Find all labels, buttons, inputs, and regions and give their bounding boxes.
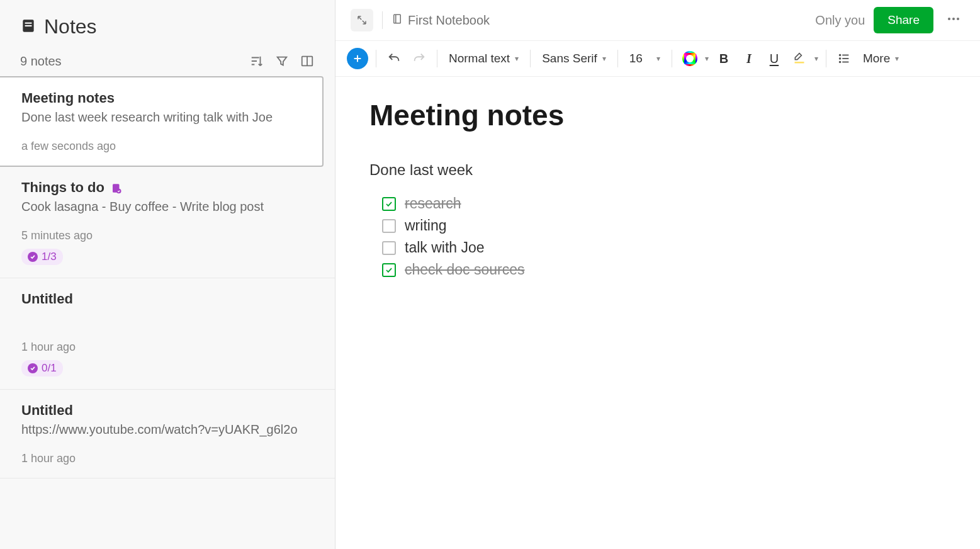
paragraph-style-value: Normal text (449, 52, 510, 65)
list-button[interactable] (834, 47, 854, 70)
notebook-link[interactable]: First Notebook (391, 13, 490, 28)
note-item[interactable]: Meeting notesDone last week research wri… (0, 76, 324, 167)
content-subheading[interactable]: Done last week (369, 161, 946, 179)
checkbox[interactable] (382, 263, 396, 277)
note-item-time: 1 hour ago (21, 341, 315, 354)
checklist-item[interactable]: writing (382, 217, 946, 234)
svg-rect-1 (25, 22, 32, 23)
svg-rect-2 (25, 25, 32, 26)
sidebar-title: Notes (44, 15, 97, 38)
note-item[interactable]: Things to doCook lasagna - Buy coffee - … (0, 167, 335, 278)
view-toggle-icon[interactable] (300, 54, 315, 69)
divider (376, 50, 376, 67)
italic-button[interactable]: I (739, 47, 759, 70)
more-menu-icon[interactable] (942, 8, 965, 33)
notes-sidebar: Notes 9 notes Meeting notesDone last wee… (0, 0, 335, 549)
checklist-item-text: check doc sources (405, 261, 524, 278)
task-note-icon (111, 183, 122, 196)
redo-button[interactable] (409, 47, 429, 70)
note-item-title: Things to do (21, 179, 104, 196)
divider (617, 50, 618, 67)
note-item-title: Meeting notes (21, 90, 115, 106)
sidebar-header: Notes (0, 0, 335, 46)
share-button[interactable]: Share (874, 7, 933, 33)
checkbox[interactable] (382, 197, 396, 211)
color-swatch-icon (682, 51, 697, 66)
note-item-preview: Done last week research writing talk wit… (21, 110, 302, 125)
svg-point-19 (840, 58, 841, 59)
checklist: researchwritingtalk with Joecheck doc so… (369, 195, 946, 278)
notebook-icon (391, 13, 403, 28)
more-formatting-button[interactable]: More ▾ (859, 52, 903, 65)
divider (437, 50, 437, 67)
note-count: 9 notes (20, 54, 62, 69)
checklist-item-text: writing (405, 217, 446, 234)
chevron-down-icon: ▾ (895, 54, 899, 63)
svg-point-11 (957, 18, 959, 20)
divider (672, 50, 672, 67)
highlight-button[interactable] (789, 47, 809, 70)
bold-button[interactable]: B (714, 47, 734, 70)
chevron-down-icon[interactable]: ▾ (705, 54, 709, 63)
editor-toolbar: Normal text ▾ Sans Serif ▾ 16 ▾ ▾ B I U … (335, 40, 980, 77)
note-content[interactable]: Meeting notes Done last week researchwri… (335, 77, 980, 549)
font-family-select[interactable]: Sans Serif ▾ (538, 52, 610, 65)
filter-icon[interactable] (274, 54, 290, 69)
underline-button[interactable]: U (764, 47, 784, 70)
share-status[interactable]: Only you (815, 13, 865, 28)
notes-icon (20, 18, 37, 37)
svg-point-9 (948, 18, 950, 20)
note-item[interactable]: Untitledhttps://www.youtube.com/watch?v=… (0, 390, 335, 478)
chevron-down-icon[interactable]: ▾ (814, 54, 818, 63)
text-color-button[interactable] (680, 47, 700, 70)
svg-rect-14 (794, 62, 804, 64)
note-item-title: Untitled (21, 291, 73, 307)
note-item-time: 5 minutes ago (21, 229, 315, 242)
chevron-down-icon: ▾ (515, 54, 519, 63)
divider (382, 11, 383, 29)
note-item-title: Untitled (21, 402, 73, 419)
note-item-preview: Cook lasagna - Buy coffee - Write blog p… (21, 200, 315, 214)
undo-button[interactable] (384, 47, 404, 70)
sidebar-subheader: 9 notes (0, 46, 335, 76)
notes-list: Meeting notesDone last week research wri… (0, 76, 335, 549)
svg-rect-7 (394, 14, 401, 23)
checklist-item[interactable]: research (382, 195, 946, 212)
chevron-down-icon: ▾ (656, 54, 660, 63)
editor-topbar: First Notebook Only you Share (335, 0, 980, 40)
expand-button[interactable] (351, 9, 373, 31)
insert-button[interactable] (347, 48, 368, 69)
checklist-item-text: talk with Joe (405, 239, 485, 256)
note-title[interactable]: Meeting notes (369, 98, 946, 132)
font-size-select[interactable]: 16 ▾ (626, 52, 664, 65)
checklist-item[interactable]: talk with Joe (382, 239, 946, 256)
checkbox[interactable] (382, 241, 396, 255)
note-item-time: 1 hour ago (21, 452, 315, 465)
svg-point-10 (952, 18, 955, 20)
task-progress-badge: 1/3 (21, 249, 63, 265)
note-item-time: a few seconds ago (21, 140, 302, 153)
task-progress-badge: 0/1 (21, 360, 63, 376)
font-family-value: Sans Serif (542, 52, 597, 65)
sidebar-actions (249, 54, 315, 69)
chevron-down-icon: ▾ (602, 54, 606, 63)
paragraph-style-select[interactable]: Normal text ▾ (445, 52, 522, 65)
checklist-item[interactable]: check doc sources (382, 261, 946, 278)
divider (530, 50, 531, 67)
note-item-preview: https://www.youtube.com/watch?v=yUAKR_g6… (21, 422, 315, 437)
checkbox[interactable] (382, 219, 396, 233)
checklist-item-text: research (405, 195, 461, 212)
divider (826, 50, 826, 67)
editor-pane: First Notebook Only you Share Normal tex… (335, 0, 980, 549)
more-label: More (863, 52, 890, 65)
font-size-value: 16 (629, 52, 643, 65)
notebook-name: First Notebook (408, 13, 490, 28)
svg-point-20 (840, 62, 841, 63)
svg-point-18 (840, 55, 841, 56)
note-item[interactable]: Untitled 1 hour ago0/1 (0, 278, 335, 390)
sort-icon[interactable] (249, 54, 264, 69)
